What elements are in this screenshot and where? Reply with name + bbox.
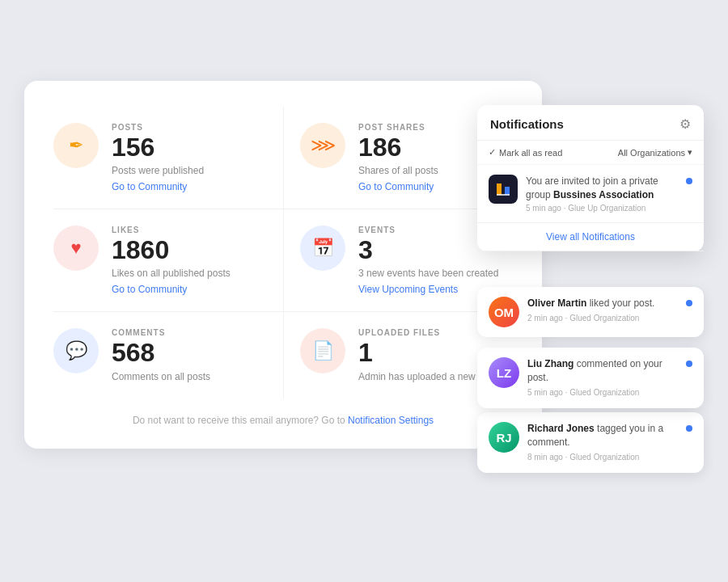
notif-meta-richard: 8 min ago · Glued Organization <box>527 452 678 463</box>
building-icon <box>494 180 512 198</box>
notif-text-liu: Liu Zhang commented on your post. 5 min … <box>527 357 678 399</box>
unread-dot-liu <box>686 361 692 367</box>
svg-rect-0 <box>497 183 502 195</box>
file-icon: 📄 <box>312 340 334 361</box>
chevron-down-icon: ▾ <box>688 147 692 158</box>
likes-info: LIKES 1860 Likes on all published posts … <box>112 226 231 295</box>
shares-number: 186 <box>358 133 438 162</box>
stat-item-posts: ✒ POSTS 156 Posts were published Go to C… <box>53 107 283 209</box>
notifications-header: Notifications ⚙ <box>477 105 704 141</box>
comments-icon-circle: 💬 <box>53 328 99 373</box>
mark-all-read[interactable]: ✓ Mark all as read <box>489 147 562 158</box>
notification-card-liu: LZ Liu Zhang commented on your post. 5 m… <box>477 348 704 408</box>
posts-label: POSTS <box>112 123 204 132</box>
mark-read-label: Mark all as read <box>499 148 562 158</box>
shares-icon-circle: ⋙ <box>300 123 345 168</box>
notification-settings-link[interactable]: Notification Settings <box>348 415 434 426</box>
invite-headline: You are invited to join a private group … <box>526 175 678 202</box>
notif-text-oliver: Oliver Martin liked your post. 2 min ago… <box>527 297 678 324</box>
shares-info: POST SHARES 186 Shares of all posts Go t… <box>358 123 438 192</box>
invite-meta: 5 min ago · Glue Up Organization <box>526 204 678 213</box>
files-icon-circle: 📄 <box>300 328 345 373</box>
avatar-oliver: OM <box>489 297 519 327</box>
notifications-title: Notifications <box>490 117 564 131</box>
unread-dot-richard <box>686 425 692 432</box>
posts-icon-circle: ✒ <box>53 123 99 168</box>
pen-icon: ✒ <box>69 135 83 156</box>
notif-text-richard: Richard Jones tagged you in a comment. 8… <box>527 422 678 463</box>
unread-dot <box>686 178 692 184</box>
invite-notification: You are invited to join a private group … <box>477 165 704 223</box>
posts-link[interactable]: Go to Community <box>112 181 204 192</box>
invite-text: You are invited to join a private group … <box>526 175 678 213</box>
posts-desc: Posts were published <box>112 165 204 176</box>
notif-meta-oliver: 2 min ago · Glued Organization <box>527 313 678 324</box>
main-stats-card: ✒ POSTS 156 Posts were published Go to C… <box>24 81 542 449</box>
org-filter-label: All Organizations <box>618 148 685 158</box>
comments-info: COMMENTS 568 Comments on all posts <box>112 328 210 382</box>
likes-desc: Likes on all published posts <box>112 268 231 279</box>
shares-link[interactable]: Go to Community <box>358 181 438 192</box>
likes-link[interactable]: Go to Community <box>112 284 231 295</box>
likes-icon-circle: ♥ <box>53 226 99 271</box>
notifications-panel: Notifications ⚙ ✓ Mark all as read All O… <box>477 105 704 251</box>
comments-number: 568 <box>112 339 210 367</box>
shares-desc: Shares of all posts <box>358 165 438 176</box>
events-desc: 3 new events have been created <box>358 268 498 279</box>
files-label: UPLOADED FILES <box>358 328 490 337</box>
calendar-icon: 📅 <box>312 238 334 259</box>
notif-name-liu: Liu Zhang <box>527 358 574 369</box>
files-desc: Admin has uploaded a new file <box>358 371 490 382</box>
events-icon-circle: 📅 <box>300 226 345 271</box>
avatar-liu: LZ <box>489 357 519 388</box>
share-icon: ⋙ <box>311 135 336 156</box>
notifications-toolbar: ✓ Mark all as read All Organizations ▾ <box>477 141 704 165</box>
stat-item-likes: ♥ LIKES 1860 Likes on all published post… <box>53 209 283 312</box>
chat-icon: 💬 <box>66 340 87 361</box>
card-footer: Do not want to receive this email anymor… <box>53 415 513 426</box>
stat-item-comments: 💬 COMMENTS 568 Comments on all posts <box>53 312 283 398</box>
org-filter-dropdown[interactable]: All Organizations ▾ <box>618 147 692 158</box>
svg-rect-1 <box>505 187 510 195</box>
gear-icon[interactable]: ⚙ <box>679 116 691 132</box>
view-all-notifications[interactable]: View all Notifications <box>477 223 704 251</box>
comments-label: COMMENTS <box>112 328 210 337</box>
notif-name-oliver: Oliver Martin <box>527 297 586 309</box>
notification-card-richard: RJ Richard Jones tagged you in a comment… <box>477 412 704 473</box>
files-number: 1 <box>358 339 490 367</box>
posts-info: POSTS 156 Posts were published Go to Com… <box>112 123 204 192</box>
stats-grid: ✒ POSTS 156 Posts were published Go to C… <box>53 107 513 399</box>
heart-icon: ♥ <box>70 238 81 259</box>
footer-text: Do not want to receive this email anymor… <box>133 415 348 426</box>
notification-card-oliver: OM Oliver Martin liked your post. 2 min … <box>477 287 704 337</box>
invite-org-name: Bussines Association <box>553 189 654 200</box>
notif-meta-liu: 5 min ago · Glued Organization <box>527 387 678 399</box>
notif-name-richard: Richard Jones <box>527 423 595 434</box>
likes-number: 1860 <box>112 236 231 264</box>
shares-label: POST SHARES <box>358 123 438 132</box>
unread-dot-oliver <box>686 300 692 306</box>
posts-number: 156 <box>112 133 204 162</box>
likes-label: LIKES <box>112 226 231 234</box>
avatar-richard: RJ <box>489 422 519 453</box>
invite-org-icon <box>489 175 518 204</box>
checkmark-icon: ✓ <box>489 147 496 158</box>
comments-desc: Comments on all posts <box>112 371 210 382</box>
files-info: UPLOADED FILES 1 Admin has uploaded a ne… <box>358 328 490 382</box>
